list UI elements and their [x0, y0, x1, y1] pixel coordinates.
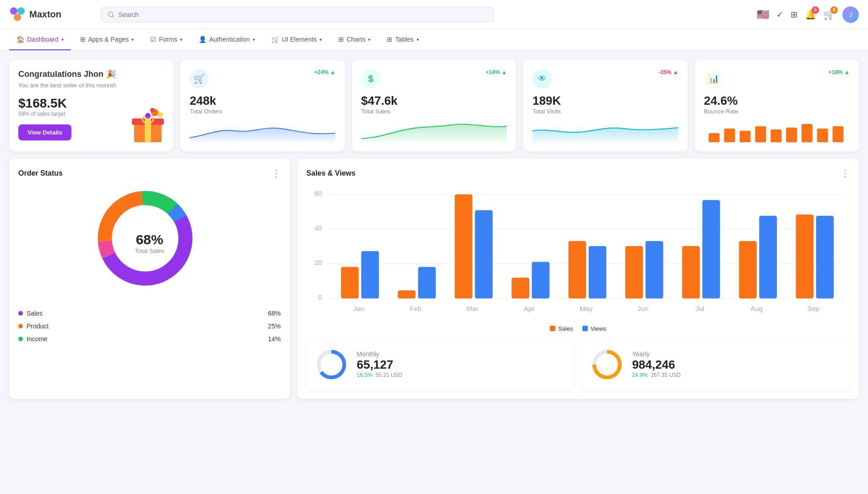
visits-value: 189K [532, 94, 678, 108]
second-row: Order Status ⋮ [9, 159, 859, 399]
sales-pct: 68% [268, 310, 281, 317]
svg-line-4 [113, 16, 114, 17]
monthly-sub: 16.5% 55.21 USD [357, 372, 402, 378]
nav-authentication[interactable]: 👤 Authentication ▾ [191, 29, 262, 50]
sales-badge: +14% ▲ [486, 69, 507, 75]
svg-text:Apr: Apr [524, 305, 535, 312]
svg-rect-48 [682, 246, 700, 299]
user-avatar[interactable]: J [842, 6, 859, 23]
monthly-donut [315, 349, 347, 381]
chevron-down-icon: ▾ [180, 37, 182, 42]
stat-header-bounce: 📊 +18% ▲ [704, 69, 850, 88]
chevron-down-icon: ▾ [368, 37, 370, 42]
chart-stat-icon: 📊 [709, 74, 719, 84]
svg-rect-46 [625, 246, 643, 299]
chevron-down-icon: ▾ [131, 37, 134, 42]
svg-rect-51 [760, 216, 777, 299]
sales-dot [18, 311, 23, 316]
svg-rect-44 [569, 241, 586, 299]
yearly-positive: 24.9% [632, 372, 648, 378]
svg-rect-37 [361, 251, 379, 298]
orders-icon-wrap: 🛒 [190, 69, 209, 88]
check-icon[interactable]: ✓ [776, 10, 783, 20]
svg-rect-45 [589, 246, 607, 299]
svg-rect-53 [816, 216, 834, 299]
chevron-down-icon: ▾ [320, 37, 322, 42]
ui-elements-icon: 🛒 [271, 36, 279, 43]
search-bar[interactable] [101, 7, 494, 22]
main-nav: 🏠 Dashboard ▾ ⊞ Apps & Pages ▾ ☑ Forms ▾… [0, 29, 868, 51]
header: Maxton 🇺🇸 ✓ ⊞ 🔔 5 🛒 8 J [0, 0, 868, 29]
monthly-stat-card: Monthly 65,127 16.5% 55.21 USD [306, 339, 574, 390]
bounce-badge: +18% ▲ [829, 69, 850, 75]
bounce-label: Bounce Rate [704, 108, 850, 115]
mini-stats-row: Monthly 65,127 16.5% 55.21 USD [306, 339, 850, 390]
orders-value: 248k [190, 94, 335, 108]
views-legend-dot [582, 326, 588, 331]
svg-rect-13 [709, 133, 720, 142]
svg-rect-42 [512, 278, 530, 299]
svg-rect-43 [532, 262, 550, 299]
svg-point-9 [145, 113, 151, 118]
bounce-icon-wrap: 📊 [704, 69, 723, 88]
stat-header-visits: 👁 -35% ▲ [532, 69, 678, 88]
forms-icon: ☑ [150, 36, 156, 43]
order-status-more-icon[interactable]: ⋮ [271, 168, 281, 179]
svg-text:Jun: Jun [638, 305, 649, 312]
svg-text:Feb: Feb [410, 305, 422, 312]
visits-label: Total Visits [532, 108, 678, 115]
search-input[interactable] [119, 11, 488, 18]
sales-value: $47.6k [361, 94, 507, 108]
apps-pages-icon: ⊞ [80, 36, 86, 43]
nav-apps-pages[interactable]: ⊞ Apps & Pages ▾ [73, 29, 141, 50]
bounce-value: 24.6% [704, 94, 850, 108]
gift-illustration [127, 106, 168, 147]
eye-stat-icon: 👁 [538, 74, 546, 84]
congrats-title: Congratulations Jhon 🎉 [18, 69, 164, 79]
yearly-period: Yearly [632, 350, 681, 358]
sales-views-chart: 60 40 20 0 [306, 186, 850, 319]
chart-legend: Sales Views [306, 325, 850, 332]
nav-forms[interactable]: ☑ Forms ▾ [143, 29, 190, 50]
stat-header-orders: 🛒 +24% ▲ [190, 69, 335, 88]
visits-mini-chart [532, 119, 678, 142]
svg-rect-20 [817, 129, 828, 142]
sales-views-title: Sales & Views ⋮ [306, 168, 850, 179]
nav-charts[interactable]: ⊞ Charts ▾ [331, 29, 378, 50]
views-legend-label: Views [591, 325, 606, 332]
nav-dashboard-label: Dashboard [27, 36, 59, 43]
legend-sales: Sales 68% [18, 307, 281, 320]
stat-card-bounce: 📊 +18% ▲ 24.6% Bounce Rate [695, 60, 859, 151]
svg-rect-21 [832, 126, 843, 142]
flag-icon[interactable]: 🇺🇸 [757, 9, 769, 21]
grid-icon[interactable]: ⊞ [791, 10, 797, 20]
nav-ui-elements[interactable]: 🛒 UI Elements ▾ [264, 29, 329, 50]
sales-legend-label: Sales [558, 325, 573, 332]
bounce-mini-chart [704, 119, 850, 142]
nav-tables[interactable]: ⊞ Tables ▾ [380, 29, 426, 50]
cart-stat-icon: 🛒 [194, 73, 205, 84]
main-content: Congratulations Jhon 🎉 You are the best … [0, 51, 868, 415]
svg-rect-39 [418, 267, 436, 299]
nav-dashboard[interactable]: 🏠 Dashboard ▾ [9, 29, 71, 50]
view-details-button[interactable]: View Details [18, 124, 71, 140]
donut-wrapper: 68% Total Sales [18, 188, 281, 298]
svg-text:0: 0 [318, 293, 322, 301]
sales-mini-chart [361, 119, 507, 142]
nav-auth-label: Authentication [209, 36, 250, 43]
cart-button[interactable]: 🛒 8 [824, 9, 835, 20]
svg-point-0 [10, 7, 17, 15]
orders-label: Total Orders [190, 108, 335, 115]
income-pct: 14% [268, 335, 281, 343]
stat-header-sales: $ +14% ▲ [361, 69, 507, 88]
congratulations-card: Congratulations Jhon 🎉 You are the best … [9, 60, 173, 151]
svg-rect-47 [646, 241, 663, 299]
sales-icon-wrap: $ [361, 69, 380, 88]
svg-point-2 [14, 14, 21, 21]
sales-views-more-icon[interactable]: ⋮ [841, 168, 850, 179]
monthly-period: Monthly [357, 350, 402, 358]
monthly-info: Monthly 65,127 16.5% 55.21 USD [357, 350, 402, 378]
legend-income: Income 14% [18, 333, 281, 345]
notification-bell[interactable]: 🔔 5 [805, 9, 816, 20]
charts-icon: ⊞ [338, 36, 344, 43]
